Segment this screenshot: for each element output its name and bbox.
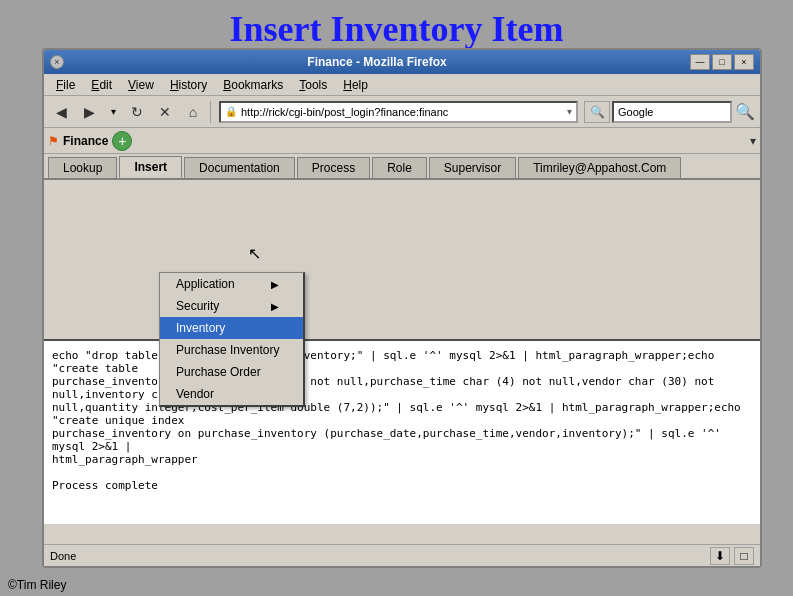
tab-supervisor[interactable]: Supervisor bbox=[429, 157, 516, 178]
search-text: Google bbox=[618, 106, 653, 118]
separator bbox=[210, 101, 211, 123]
tab-process[interactable]: Process bbox=[297, 157, 370, 178]
menu-item-vendor[interactable]: Vendor bbox=[160, 383, 303, 405]
menu-file[interactable]: File bbox=[48, 76, 83, 94]
minimize-button[interactable]: — bbox=[690, 54, 710, 70]
back-button[interactable]: ◀ bbox=[48, 99, 74, 125]
tab-insert[interactable]: Insert bbox=[119, 156, 182, 178]
menu-help[interactable]: Help bbox=[335, 76, 376, 94]
tab-documentation[interactable]: Documentation bbox=[184, 157, 295, 178]
terminal-line: null,quantity integer,cost_per_item doub… bbox=[52, 401, 752, 427]
window-controls: — □ × bbox=[690, 54, 754, 70]
search-area: 🔍 Google 🔍 bbox=[584, 99, 756, 125]
terminal-line: purchase_inventory (purchase_date date n… bbox=[52, 375, 752, 401]
menu-bookmarks[interactable]: Bookmarks bbox=[215, 76, 291, 94]
menu-history[interactable]: History bbox=[162, 76, 215, 94]
title-bar-left: × bbox=[50, 55, 64, 69]
status-text: Done bbox=[50, 550, 710, 562]
tab-email[interactable]: Timriley@Appahost.Com bbox=[518, 157, 681, 178]
menu-view[interactable]: View bbox=[120, 76, 162, 94]
insert-dropdown-menu: Application ▶ Security ▶ Inventory Purch… bbox=[159, 272, 305, 407]
tab-role[interactable]: Role bbox=[372, 157, 427, 178]
bookmark-title[interactable]: Finance bbox=[63, 134, 108, 148]
browser-window: × Finance - Mozilla Firefox — □ × File E… bbox=[42, 48, 762, 568]
nav-tabs: Lookup Insert Documentation Process Role… bbox=[44, 154, 760, 180]
close-window-button[interactable]: × bbox=[734, 54, 754, 70]
close-button[interactable]: × bbox=[50, 55, 64, 69]
stop-button[interactable]: ✕ bbox=[152, 99, 178, 125]
nav-dropdown[interactable]: ▾ bbox=[104, 99, 122, 125]
menu-item-purchase-inventory[interactable]: Purchase Inventory bbox=[160, 339, 303, 361]
search-bar[interactable]: Google bbox=[612, 101, 732, 123]
menu-edit[interactable]: Edit bbox=[83, 76, 120, 94]
menu-item-inventory[interactable]: Inventory bbox=[160, 317, 303, 339]
tab-lookup[interactable]: Lookup bbox=[48, 157, 117, 178]
search-engine-icon[interactable]: 🔍 bbox=[584, 101, 610, 123]
address-text: http://rick/cgi-bin/post_login?finance:f… bbox=[241, 106, 565, 118]
bookmark-bar: ⚑ Finance + ▾ bbox=[44, 128, 760, 154]
refresh-button[interactable]: ↻ bbox=[124, 99, 150, 125]
footer-text: ©Tim Riley bbox=[8, 578, 66, 592]
window-title: Finance - Mozilla Firefox bbox=[64, 55, 690, 69]
menu-item-application[interactable]: Application ▶ bbox=[160, 273, 303, 295]
menu-bar: File Edit View History Bookmarks Tools H… bbox=[44, 74, 760, 96]
terminal-line bbox=[52, 466, 752, 479]
status-bar: Done ⬇ □ bbox=[44, 544, 760, 566]
bookmark-icon: ⚑ bbox=[48, 134, 59, 148]
window-icon[interactable]: □ bbox=[734, 547, 754, 565]
toolbar: ◀ ▶ ▾ ↻ ✕ ⌂ 🔒 http://rick/cgi-bin/post_l… bbox=[44, 96, 760, 128]
menu-tools[interactable]: Tools bbox=[291, 76, 335, 94]
submenu-arrow: ▶ bbox=[271, 279, 279, 290]
menu-item-purchase-order[interactable]: Purchase Order bbox=[160, 361, 303, 383]
terminal-line: html_paragraph_wrapper bbox=[52, 453, 752, 466]
status-icons: ⬇ □ bbox=[710, 547, 754, 565]
search-go-button[interactable]: 🔍 bbox=[734, 99, 756, 125]
menu-item-security[interactable]: Security ▶ bbox=[160, 295, 303, 317]
download-icon[interactable]: ⬇ bbox=[710, 547, 730, 565]
bookmark-dropdown[interactable]: ▾ bbox=[750, 134, 756, 148]
address-bar[interactable]: 🔒 http://rick/cgi-bin/post_login?finance… bbox=[219, 101, 578, 123]
submenu-arrow: ▶ bbox=[271, 301, 279, 312]
forward-button[interactable]: ▶ bbox=[76, 99, 102, 125]
terminal-line: echo "drop table if exists purchase_inve… bbox=[52, 349, 752, 375]
address-icon: 🔒 bbox=[225, 106, 237, 117]
terminal-line: purchase_inventory on purchase_inventory… bbox=[52, 427, 752, 453]
add-bookmark-button[interactable]: + bbox=[112, 131, 132, 151]
title-bar: × Finance - Mozilla Firefox — □ × bbox=[44, 50, 760, 74]
home-button[interactable]: ⌂ bbox=[180, 99, 206, 125]
terminal-output: echo "drop table if exists purchase_inve… bbox=[44, 339, 760, 524]
maximize-button[interactable]: □ bbox=[712, 54, 732, 70]
address-go: ▾ bbox=[567, 106, 572, 117]
terminal-line-process-complete: Process complete bbox=[52, 479, 752, 492]
